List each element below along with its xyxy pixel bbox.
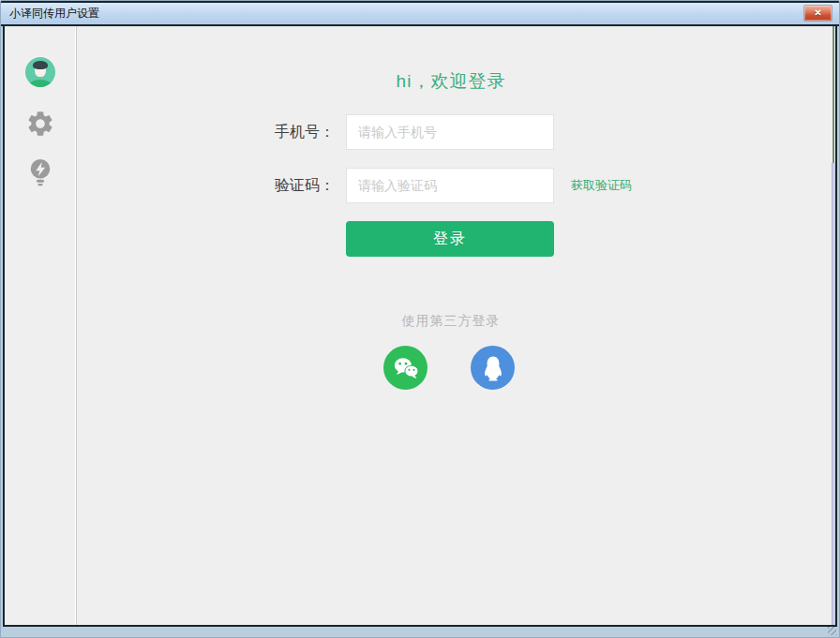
- get-code-link[interactable]: 获取验证码: [571, 168, 632, 203]
- wechat-icon: [390, 352, 422, 384]
- sidebar: [5, 26, 76, 625]
- titlebar[interactable]: 小译同传用户设置: [1, 1, 839, 26]
- qq-login-button[interactable]: [471, 346, 515, 390]
- avatar-hair-shape: [33, 61, 48, 69]
- scrollbar-track: [832, 26, 834, 163]
- phone-label: 手机号：: [162, 114, 335, 150]
- window-title: 小译同传用户设置: [9, 6, 99, 22]
- sidebar-item-tips[interactable]: [26, 156, 54, 192]
- avatar-body-shape: [28, 80, 52, 87]
- lightbulb-bolt-icon: [26, 175, 54, 191]
- phone-input[interactable]: [346, 114, 554, 150]
- login-button[interactable]: 登录: [346, 221, 554, 257]
- close-button[interactable]: ✕: [803, 5, 832, 22]
- close-icon: ✕: [814, 8, 821, 18]
- login-heading: hi，欢迎登录: [128, 69, 774, 94]
- client-area: hi，欢迎登录 手机号： 验证码： 获取验证码 登录 使用第三方登录: [3, 26, 837, 627]
- app-window: 小译同传用户设置 ✕: [0, 0, 840, 638]
- gear-icon: [25, 126, 55, 141]
- code-label: 验证码：: [162, 168, 335, 203]
- third-party-label: 使用第三方登录: [128, 313, 774, 330]
- qq-icon: [477, 352, 509, 384]
- resize-grip[interactable]: [828, 627, 836, 635]
- wechat-login-button[interactable]: [383, 346, 428, 390]
- user-avatar-icon: [25, 57, 55, 87]
- sidebar-divider: [76, 26, 77, 625]
- code-input[interactable]: [346, 168, 554, 203]
- scrollbar-thumb[interactable]: [832, 163, 835, 625]
- sidebar-item-account[interactable]: [25, 57, 55, 87]
- sidebar-item-settings[interactable]: [25, 109, 55, 142]
